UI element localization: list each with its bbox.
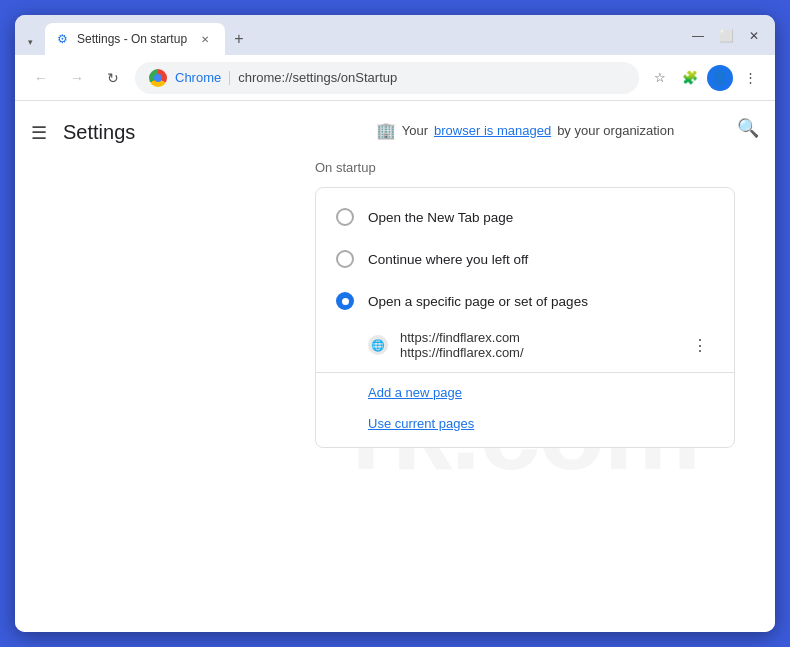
main-content: 🏢 Your browser is managed by your organi… <box>315 121 735 448</box>
on-startup-section-label: On startup <box>315 160 735 175</box>
radio-option-specific[interactable]: Open a specific page or set of pages <box>316 280 734 322</box>
active-tab[interactable]: ⚙ Settings - On startup ✕ <box>45 23 225 55</box>
window-controls: — ⬜ ✕ <box>685 23 767 55</box>
radio-label-specific: Open a specific page or set of pages <box>368 294 588 309</box>
radio-circle-new-tab <box>336 208 354 226</box>
url-text: chrome://settings/onStartup <box>238 70 397 85</box>
managed-text-before: Your <box>402 123 428 138</box>
radio-label-new-tab: Open the New Tab page <box>368 210 513 225</box>
managed-link[interactable]: browser is managed <box>434 123 551 138</box>
sidebar: ☰ Settings <box>15 101 275 632</box>
tab-dropdown-btn[interactable]: ▾ <box>23 35 37 49</box>
tab-bar: ⚙ Settings - On startup ✕ + <box>45 23 681 55</box>
close-btn[interactable]: ✕ <box>741 23 767 49</box>
managed-icon: 🏢 <box>376 121 396 140</box>
page-more-options-btn[interactable]: ⋮ <box>686 331 714 359</box>
page-favicon-icon: 🌐 <box>368 335 388 355</box>
address-bar-icons: ☆ 🧩 👤 ⋮ <box>647 65 763 91</box>
startup-options-card: Open the New Tab page Continue where you… <box>315 187 735 448</box>
tab-favicon: ⚙ <box>57 32 71 46</box>
radio-option-new-tab[interactable]: Open the New Tab page <box>316 196 734 238</box>
managed-text-after: by your organization <box>557 123 674 138</box>
profile-icon[interactable]: 👤 <box>707 65 733 91</box>
extension-icon[interactable]: 🧩 <box>677 65 703 91</box>
managed-notice: 🏢 Your browser is managed by your organi… <box>315 121 735 140</box>
add-new-page-link[interactable]: Add a new page <box>316 377 482 408</box>
chrome-brand-label: Chrome <box>175 70 221 85</box>
title-bar: ▾ ⚙ Settings - On startup ✕ + — ⬜ ✕ <box>15 15 775 55</box>
page-entry: 🌐 https://findflarex.com https://findfla… <box>316 322 734 368</box>
radio-circle-specific <box>336 292 354 310</box>
hamburger-menu-icon[interactable]: ☰ <box>31 122 47 144</box>
bookmark-icon[interactable]: ☆ <box>647 65 673 91</box>
settings-title: Settings <box>63 121 135 144</box>
tab-title: Settings - On startup <box>77 32 187 46</box>
settings-layout: ☰ Settings PCrk.com 🔍 🏢 Your browser is … <box>15 101 775 632</box>
address-bar: ← → ↻ Chrome chrome://settings/onStartup… <box>15 55 775 101</box>
url-divider <box>229 71 230 85</box>
menu-icon[interactable]: ⋮ <box>737 65 763 91</box>
url-bar[interactable]: Chrome chrome://settings/onStartup <box>135 62 639 94</box>
tab-close-btn[interactable]: ✕ <box>197 31 213 47</box>
reload-btn[interactable]: ↻ <box>99 64 127 92</box>
chrome-logo-icon <box>149 69 167 87</box>
main-area: PCrk.com 🔍 🏢 Your browser is managed by … <box>275 101 775 632</box>
back-btn[interactable]: ← <box>27 64 55 92</box>
forward-btn[interactable]: → <box>63 64 91 92</box>
new-tab-btn[interactable]: + <box>225 25 253 53</box>
radio-label-continue: Continue where you left off <box>368 252 528 267</box>
page-url-2: https://findflarex.com/ <box>400 345 674 360</box>
page-content: ☰ Settings PCrk.com 🔍 🏢 Your browser is … <box>15 101 775 632</box>
radio-option-continue[interactable]: Continue where you left off <box>316 238 734 280</box>
radio-circle-continue <box>336 250 354 268</box>
page-url-1: https://findflarex.com <box>400 330 674 345</box>
search-settings-icon[interactable]: 🔍 <box>737 117 759 139</box>
maximize-btn[interactable]: ⬜ <box>713 23 739 49</box>
sidebar-header: ☰ Settings <box>15 117 275 160</box>
use-current-pages-link[interactable]: Use current pages <box>316 408 494 439</box>
tab-bar-controls: ▾ <box>23 35 37 55</box>
card-divider <box>316 372 734 373</box>
page-info: https://findflarex.com https://findflare… <box>400 330 674 360</box>
minimize-btn[interactable]: — <box>685 23 711 49</box>
